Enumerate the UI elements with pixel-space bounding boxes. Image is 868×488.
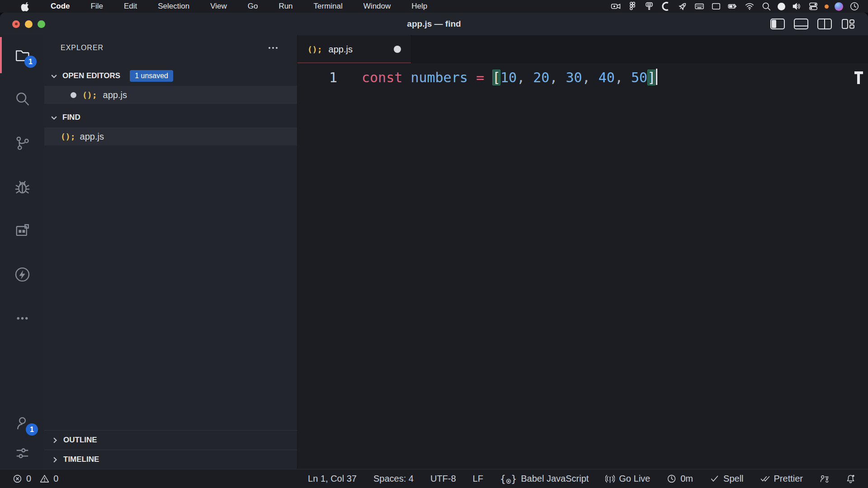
- recording-dot-icon: [825, 5, 829, 9]
- traffic-lights: [0, 20, 45, 28]
- volume-icon[interactable]: [791, 1, 802, 12]
- close-button[interactable]: [12, 20, 20, 28]
- eol-sequence[interactable]: LF: [473, 474, 483, 484]
- activity-thunder-client[interactable]: [0, 255, 44, 293]
- language-mode[interactable]: {} Babel JavaScript: [500, 474, 589, 484]
- find-section[interactable]: FIND: [44, 108, 297, 127]
- activity-more[interactable]: [0, 299, 44, 337]
- unsaved-dot-icon[interactable]: [394, 46, 401, 53]
- status-bar: 0 0 Ln 1, Col 37 Spaces: 4 UTF-8 LF {} B…: [0, 469, 868, 488]
- toggle-sidebar-icon[interactable]: [769, 18, 786, 30]
- open-editors-section[interactable]: OPEN EDITORS 1 unsaved: [44, 67, 297, 85]
- menu-go[interactable]: Go: [248, 2, 258, 11]
- menu-window[interactable]: Window: [363, 2, 391, 11]
- double-check-icon: [760, 474, 770, 483]
- zoom-button[interactable]: [38, 20, 45, 28]
- time-tracker[interactable]: 0m: [667, 474, 693, 484]
- tab-bar: (); app.js: [297, 35, 868, 63]
- crescent-icon[interactable]: [660, 1, 671, 12]
- minimap[interactable]: [853, 71, 864, 84]
- layout-controls: [769, 18, 868, 30]
- vscode-window: app.js — find 1: [0, 13, 868, 488]
- edited-dot: [15, 23, 18, 25]
- control-center-icon[interactable]: [808, 1, 819, 12]
- spotlight-search-icon[interactable]: [761, 1, 772, 12]
- window-titlebar[interactable]: app.js — find: [0, 13, 868, 35]
- sidebar-header: EXPLORER: [44, 35, 297, 61]
- activity-live-preview[interactable]: [0, 211, 44, 249]
- source-control-icon: [14, 135, 31, 151]
- json-braces-icon: {}: [500, 474, 517, 484]
- token-comma: ,: [549, 70, 566, 85]
- menu-run[interactable]: Run: [278, 2, 292, 11]
- indentation[interactable]: Spaces: 4: [373, 474, 414, 484]
- find-filename: app.js: [80, 131, 104, 142]
- toggle-panel-icon[interactable]: [793, 18, 809, 30]
- text-cursor: [656, 69, 657, 85]
- keyboard-icon[interactable]: [694, 1, 705, 12]
- activity-accounts[interactable]: 1: [0, 409, 44, 436]
- find-item-appjs[interactable]: (); app.js: [44, 127, 297, 145]
- clock-icon[interactable]: [849, 1, 860, 12]
- encoding[interactable]: UTF-8: [430, 474, 456, 484]
- apple-menu-icon[interactable]: [21, 1, 31, 11]
- display-window-icon[interactable]: [711, 1, 722, 12]
- chevron-right-icon: [51, 455, 59, 464]
- token-close-bracket: ]: [647, 70, 656, 85]
- tab-label: app.js: [329, 44, 353, 55]
- spell-checker[interactable]: Spell: [710, 474, 743, 484]
- feedback-button[interactable]: [820, 474, 829, 483]
- code-text: const numbers = [10, 20, 30, 40, 50]: [337, 66, 657, 89]
- explorer-badge: 1: [24, 56, 37, 68]
- minimize-button[interactable]: [25, 20, 33, 28]
- cursor-position[interactable]: Ln 1, Col 37: [308, 474, 357, 484]
- editor-group: (); app.js 1 const numbers = [10, 20, 30…: [297, 35, 868, 469]
- toggle-secondary-sidebar-icon[interactable]: [816, 18, 833, 30]
- code-editor[interactable]: 1 const numbers = [10, 20, 30, 40, 50]: [297, 63, 868, 469]
- menu-view[interactable]: View: [210, 2, 227, 11]
- check-icon: [710, 474, 719, 483]
- menu-terminal[interactable]: Terminal: [314, 2, 343, 11]
- js-file-icon: ();: [307, 45, 322, 54]
- token-comma: ,: [517, 70, 533, 85]
- code-line-1[interactable]: 1 const numbers = [10, 20, 30, 40, 50]: [297, 66, 868, 89]
- menu-edit[interactable]: Edit: [124, 2, 137, 11]
- error-icon: [13, 474, 22, 483]
- battery-icon[interactable]: [727, 1, 738, 12]
- rocket-icon[interactable]: [677, 1, 688, 12]
- menu-code[interactable]: Code: [51, 2, 70, 11]
- activity-search[interactable]: [0, 80, 44, 118]
- filter-funnel-icon[interactable]: [644, 1, 655, 12]
- modified-dot-icon[interactable]: [71, 92, 76, 98]
- activity-bar: 1 1: [0, 35, 44, 469]
- menu-file[interactable]: File: [91, 2, 103, 11]
- customize-layout-icon[interactable]: [840, 18, 856, 30]
- activity-debug[interactable]: [0, 168, 44, 206]
- activity-settings[interactable]: [0, 439, 44, 466]
- go-live-label: Go Live: [619, 474, 650, 484]
- accounts-badge: 1: [26, 423, 38, 436]
- activity-explorer[interactable]: 1: [0, 36, 44, 74]
- screen-mirroring-icon[interactable]: [610, 1, 621, 12]
- sidebar-title: EXPLORER: [61, 44, 104, 52]
- sidebar-more-actions-icon[interactable]: [267, 44, 279, 52]
- problems-indicator[interactable]: 0 0: [13, 474, 58, 484]
- wifi-icon[interactable]: [744, 1, 755, 12]
- language-label: Babel JavaScript: [521, 474, 589, 484]
- figma-icon[interactable]: [627, 1, 638, 12]
- timeline-section[interactable]: TIMELINE: [44, 450, 297, 469]
- outline-section[interactable]: OUTLINE: [44, 430, 297, 450]
- prettier-formatter[interactable]: Prettier: [760, 474, 803, 484]
- minimap-mark: [857, 74, 860, 84]
- tab-appjs[interactable]: (); app.js: [297, 35, 411, 63]
- open-editor-item-appjs[interactable]: (); app.js: [44, 86, 297, 104]
- activity-source-control[interactable]: [0, 124, 44, 162]
- settings-sliders-icon: [14, 445, 31, 461]
- menu-selection[interactable]: Selection: [158, 2, 189, 11]
- open-editors-label: OPEN EDITORS: [62, 71, 120, 80]
- siri-icon[interactable]: [835, 2, 843, 11]
- focus-icon[interactable]: [778, 3, 785, 10]
- go-live-button[interactable]: Go Live: [605, 474, 650, 484]
- notifications-button[interactable]: [846, 474, 855, 483]
- menu-help[interactable]: Help: [411, 2, 427, 11]
